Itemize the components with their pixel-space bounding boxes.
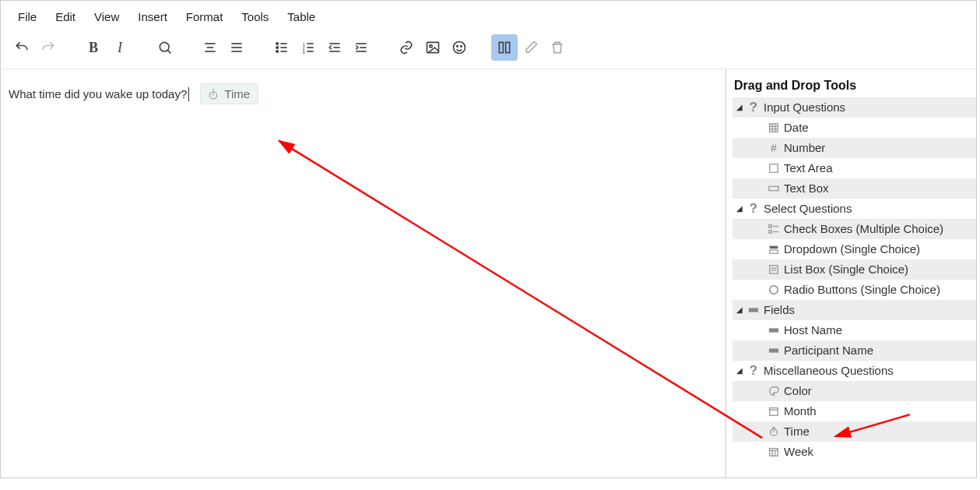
tool-participant[interactable]: Participant Name [732,340,976,361]
indent-button[interactable] [348,34,374,61]
panel-icon [497,40,512,55]
tool-checkboxes[interactable]: Check Boxes (Multiple Choice) [732,219,976,239]
field-icon [746,303,760,317]
edit-button[interactable] [518,34,544,61]
emoji-icon [451,40,467,55]
tool-label: Host Name [784,321,842,340]
numbered-list-button[interactable]: 123 [295,34,321,61]
svg-rect-56 [770,449,778,457]
delete-button[interactable] [544,34,571,61]
menu-format[interactable]: Format [177,5,233,28]
checklist-icon [767,222,781,236]
calendar-icon [767,445,781,459]
tool-label: Radio Buttons (Single Choice) [784,280,940,299]
redo-button[interactable] [35,34,61,61]
stopwatch-icon [207,88,220,100]
listbox-icon [767,263,781,277]
emoji-button[interactable] [446,34,472,61]
tool-label: Time [784,422,810,441]
svg-rect-31 [506,42,510,52]
undo-button[interactable] [9,34,35,61]
bullet-list-icon [274,40,290,55]
expand-arrow-icon: ◢ [736,199,743,218]
question-icon: ? [746,100,760,115]
tools-sidebar: Drag and Drop Tools ◢ ? Input Questions … [725,69,976,478]
search-icon [157,40,173,55]
tool-month[interactable]: Month [732,401,976,421]
tool-time[interactable]: Time [732,421,976,442]
svg-rect-53 [770,408,778,416]
undo-icon [14,40,30,55]
toggle-sidebar-button[interactable] [491,34,518,61]
align-center-icon [202,40,218,55]
tool-week[interactable]: Week [732,442,976,462]
svg-point-28 [457,46,458,48]
outdent-button[interactable] [321,34,348,61]
align-justify-button[interactable] [223,34,250,61]
svg-rect-40 [769,225,772,228]
tool-label: Participant Name [784,341,873,360]
svg-point-11 [276,51,279,53]
svg-rect-38 [770,164,778,173]
category-label: Miscellaneous Questions [764,361,894,380]
expand-arrow-icon: ◢ [736,361,743,380]
tool-hostname[interactable]: Host Name [732,320,976,340]
menu-table[interactable]: Table [278,5,325,28]
field-icon [767,323,781,337]
tool-label: Month [784,402,817,421]
menu-tools[interactable]: Tools [232,5,278,28]
tool-dropdown[interactable]: Dropdown (Single Choice) [732,239,976,259]
time-field-chip[interactable]: Time [200,83,258,104]
radio-icon [767,283,781,297]
category-misc-questions[interactable]: ◢ ? Miscellaneous Questions [732,361,976,381]
menu-edit[interactable]: Edit [46,5,85,28]
svg-point-26 [430,45,432,48]
link-icon [399,40,414,55]
tool-textbox[interactable]: Text Box [732,178,976,199]
image-button[interactable] [420,34,446,61]
sidebar-title: Drag and Drop Tools [732,76,976,97]
svg-rect-52 [769,348,778,352]
category-select-questions[interactable]: ◢ ? Select Questions [732,199,976,219]
editor-canvas[interactable]: What time did you wake up today? Time [1,69,725,478]
field-icon [767,344,781,358]
dropdown-icon [767,242,781,256]
outdent-icon [327,40,342,55]
tool-date[interactable]: Date [732,118,976,138]
svg-point-7 [276,43,279,45]
tool-label: Check Boxes (Multiple Choice) [784,220,943,238]
tool-radio[interactable]: Radio Buttons (Single Choice) [732,280,976,300]
chip-label: Time [224,87,250,100]
editor-frame: File Edit View Insert Format Tools Table… [0,0,977,478]
tool-number[interactable]: #Number [732,138,976,158]
tool-color[interactable]: Color [732,381,976,401]
stopwatch-icon [767,425,781,439]
tool-label: Color [784,382,812,400]
category-fields[interactable]: ◢ Fields [732,300,976,320]
calendar-icon [767,404,781,418]
tool-textarea[interactable]: Text Area [732,158,976,178]
svg-rect-46 [770,266,778,274]
svg-point-0 [160,42,169,51]
tool-label: Number [784,139,825,157]
italic-button[interactable]: I [107,34,133,61]
pencil-icon [523,40,539,55]
menu-file[interactable]: File [9,5,46,28]
link-button[interactable] [393,34,420,61]
toolbar: B I 123 [1,31,976,69]
svg-rect-39 [769,186,778,190]
content-area: What time did you wake up today? Time Dr… [1,69,976,478]
tool-listbox[interactable]: List Box (Single Choice) [732,259,976,280]
menu-view[interactable]: View [85,5,128,28]
category-label: Input Questions [764,98,845,117]
svg-rect-30 [499,42,503,52]
question-icon: ? [746,202,760,216]
search-button[interactable] [152,34,178,61]
category-input-questions[interactable]: ◢ ? Input Questions [732,97,976,118]
bold-button[interactable]: B [80,34,107,61]
bullet-list-button[interactable] [269,34,295,61]
tool-label: List Box (Single Choice) [784,260,908,279]
tool-label: Date [784,118,809,137]
align-center-button[interactable] [197,34,223,61]
menu-insert[interactable]: Insert [128,5,177,28]
